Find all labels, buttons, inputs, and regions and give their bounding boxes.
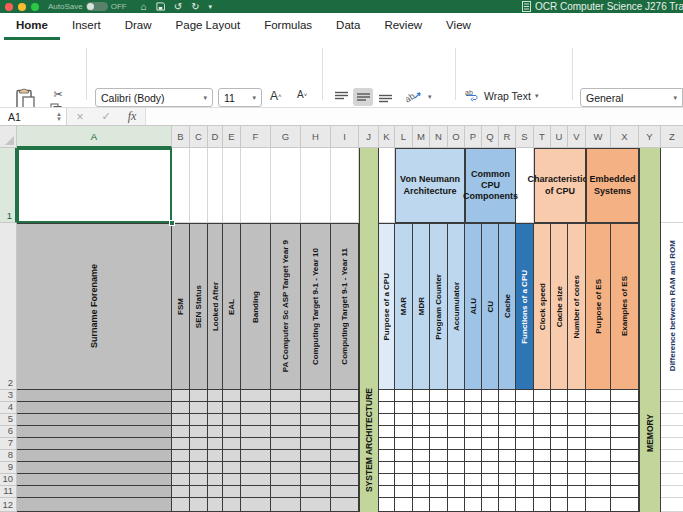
cell-L8[interactable] — [395, 450, 413, 462]
tab-data[interactable]: Data — [324, 14, 372, 40]
cell-Q5[interactable] — [482, 414, 499, 426]
minimize-button[interactable] — [18, 3, 26, 11]
cell-B7[interactable] — [172, 438, 190, 450]
cell-E9[interactable] — [223, 462, 241, 474]
cell-X12[interactable] — [611, 498, 639, 512]
cell-G1[interactable] — [271, 148, 301, 223]
cell-D11[interactable] — [208, 486, 223, 498]
cell-N12[interactable] — [430, 498, 448, 512]
header-cell-E2[interactable]: EAL — [223, 223, 241, 390]
cell-H10[interactable] — [301, 474, 331, 486]
formula-input[interactable] — [145, 108, 683, 125]
cell-N7[interactable] — [430, 438, 448, 450]
cell-Z6[interactable] — [661, 426, 683, 438]
tab-formulas[interactable]: Formulas — [252, 14, 324, 40]
cell-U12[interactable] — [551, 498, 568, 512]
enter-icon[interactable]: ✓ — [93, 110, 119, 123]
header-cell-T2[interactable]: Clock speed — [534, 223, 551, 390]
cell-K12[interactable] — [379, 498, 395, 512]
cell-Q11[interactable] — [482, 486, 499, 498]
cell-P6[interactable] — [465, 426, 482, 438]
column-header-P[interactable]: P — [465, 126, 482, 148]
cell-K1[interactable] — [379, 148, 395, 223]
cell-Q6[interactable] — [482, 426, 499, 438]
cell-N4[interactable] — [430, 402, 448, 414]
header-cell-S2[interactable]: Functions of a CPU — [516, 223, 534, 390]
cell-F10[interactable] — [241, 474, 271, 486]
header-cell-W2[interactable]: Purpose of ES — [586, 223, 611, 390]
cell-X7[interactable] — [611, 438, 639, 450]
fill-handle[interactable] — [169, 220, 175, 226]
close-button[interactable] — [5, 3, 13, 11]
cell-C12[interactable] — [190, 498, 208, 512]
cell-M9[interactable] — [413, 462, 430, 474]
cell-V6[interactable] — [568, 426, 586, 438]
cell-W9[interactable] — [586, 462, 611, 474]
save-icon[interactable] — [156, 2, 165, 11]
header-cell-O2[interactable]: Accumulator — [448, 223, 465, 390]
cell-M12[interactable] — [413, 498, 430, 512]
cell-O3[interactable] — [448, 390, 465, 402]
column-header-B[interactable]: B — [172, 126, 190, 148]
cell-S10[interactable] — [516, 474, 534, 486]
cell-O12[interactable] — [448, 498, 465, 512]
cell-Q10[interactable] — [482, 474, 499, 486]
header-cell-Q2[interactable]: CU — [482, 223, 499, 390]
cell-I7[interactable] — [331, 438, 359, 450]
column-header-X[interactable]: X — [611, 126, 639, 148]
cell-S5[interactable] — [516, 414, 534, 426]
cell-R5[interactable] — [499, 414, 516, 426]
cell-D3[interactable] — [208, 390, 223, 402]
cell-V11[interactable] — [568, 486, 586, 498]
cell-P10[interactable] — [465, 474, 482, 486]
header-cell-L2[interactable]: MAR — [395, 223, 413, 390]
cell-R7[interactable] — [499, 438, 516, 450]
cell-G12[interactable] — [271, 498, 301, 512]
cell-T9[interactable] — [534, 462, 551, 474]
tab-home[interactable]: Home — [4, 14, 60, 40]
column-header-V[interactable]: V — [568, 126, 586, 148]
cell-R4[interactable] — [499, 402, 516, 414]
cell-W11[interactable] — [586, 486, 611, 498]
cell-X10[interactable] — [611, 474, 639, 486]
cell-D1[interactable] — [208, 148, 223, 223]
cell-H6[interactable] — [301, 426, 331, 438]
cell-G6[interactable] — [271, 426, 301, 438]
row-header-11[interactable]: 11 — [0, 486, 17, 498]
cell-K6[interactable] — [379, 426, 395, 438]
tab-review[interactable]: Review — [372, 14, 434, 40]
cell-K5[interactable] — [379, 414, 395, 426]
cell-P11[interactable] — [465, 486, 482, 498]
cell-W8[interactable] — [586, 450, 611, 462]
column-header-L[interactable]: L — [395, 126, 413, 148]
cell-D12[interactable] — [208, 498, 223, 512]
zoom-button[interactable] — [31, 3, 39, 11]
merged-header-von-neumann-architecture[interactable]: Von Neumann Architecture — [395, 148, 465, 223]
cell-I1[interactable] — [331, 148, 359, 223]
column-header-M[interactable]: M — [413, 126, 430, 148]
cell-Q4[interactable] — [482, 402, 499, 414]
column-header-G[interactable]: G — [271, 126, 301, 148]
toolbar-customize-chevron-icon[interactable]: ▾ — [209, 2, 213, 12]
cell-E5[interactable] — [223, 414, 241, 426]
cell-R6[interactable] — [499, 426, 516, 438]
cell-K8[interactable] — [379, 450, 395, 462]
cell-H1[interactable] — [301, 148, 331, 223]
cell-R11[interactable] — [499, 486, 516, 498]
cell-F1[interactable] — [241, 148, 271, 223]
cell-L3[interactable] — [395, 390, 413, 402]
cell-B1[interactable] — [172, 148, 190, 223]
cell-S11[interactable] — [516, 486, 534, 498]
orientation-icon[interactable]: ab — [406, 89, 422, 103]
name-box-spinner[interactable]: ▲▼ — [52, 108, 67, 125]
home-icon[interactable]: ⌂ — [141, 2, 147, 12]
header-cell-M2[interactable]: MDR — [413, 223, 430, 390]
cell-B8[interactable] — [172, 450, 190, 462]
column-header-I[interactable]: I — [331, 126, 359, 148]
cell-P5[interactable] — [465, 414, 482, 426]
cell-R9[interactable] — [499, 462, 516, 474]
cell-U8[interactable] — [551, 450, 568, 462]
cell-Z12[interactable] — [661, 498, 683, 512]
merged-header-common-cpu-components[interactable]: Common CPU Components — [465, 148, 516, 223]
column-header-F[interactable]: F — [241, 126, 271, 148]
